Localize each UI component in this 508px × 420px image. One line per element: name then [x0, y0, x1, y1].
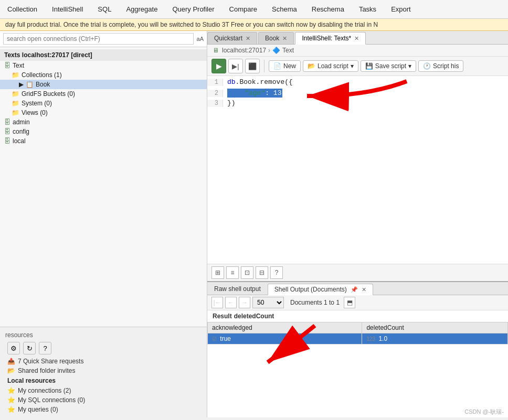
collection-icon: 📋: [26, 81, 34, 88]
quick-share-label: 7 Quick Share requests: [18, 358, 83, 365]
db-icon: 🔷: [272, 47, 280, 54]
refresh-button[interactable]: ↻: [23, 342, 36, 354]
menu-schema[interactable]: Schema: [264, 3, 304, 15]
view-icon-3[interactable]: ⊟: [256, 266, 268, 279]
code-line-1: 1 db.Book.remove({: [207, 78, 508, 89]
share-icon: 📤: [7, 358, 15, 365]
sidebar-item-collections[interactable]: 📁 Collections (1): [0, 70, 207, 80]
my-sql-connections-item[interactable]: ⭐ My SQL connections (0): [3, 395, 204, 405]
view-icon-2[interactable]: ⊡: [241, 266, 253, 279]
watermark: CSDN @-耿瑞-: [464, 408, 504, 416]
editor-toolbar: ▶ ▶| ⬛ 📄 New 📂 Load script ▾ 💾 Save scri…: [207, 57, 508, 76]
cell-deleted-count: 123 1.0: [362, 333, 508, 344]
line-number: 2: [207, 90, 223, 97]
view-icon-1[interactable]: ≡: [226, 266, 239, 279]
nav-first-button[interactable]: |←: [211, 297, 223, 308]
menu-export[interactable]: Export: [384, 3, 418, 15]
save-script-button[interactable]: 💾 Save script ▾: [361, 60, 416, 72]
tab-label: Book: [265, 35, 279, 42]
sidebar-bottom: resources ⚙ ↻ ? 📤 7 Quick Share requests…: [0, 327, 207, 417]
local-resources-header: Local resources: [3, 375, 204, 386]
my-connections-item[interactable]: ⭐ My connections (2): [3, 386, 204, 395]
star-icon: ⭐: [7, 387, 15, 394]
sidebar-item-label: local: [13, 137, 26, 145]
sidebar-search-bar: aA: [0, 31, 207, 47]
load-script-button[interactable]: 📂 Load script ▾: [303, 60, 358, 72]
close-icon[interactable]: ✕: [354, 35, 359, 42]
sidebar-item-local[interactable]: 🗄 local: [0, 136, 207, 146]
tab-intellishell[interactable]: IntelliShell: Texts* ✕: [295, 32, 366, 45]
history-icon: 🕐: [423, 62, 431, 70]
help-icon[interactable]: ?: [270, 266, 283, 279]
step-button[interactable]: ▶|: [228, 59, 243, 73]
folder-icon: 📁: [12, 100, 19, 107]
output-table: acknowledged deletedCount ☑ true 123: [207, 322, 508, 417]
number-icon: 123: [366, 336, 375, 342]
sidebar-item-system[interactable]: 📁 System (0): [0, 99, 207, 108]
close-icon[interactable]: ✕: [246, 35, 250, 42]
sidebar-item-admin[interactable]: 🗄 admin: [0, 117, 207, 127]
nav-next-button[interactable]: →: [239, 297, 250, 308]
menu-sql[interactable]: SQL: [90, 3, 119, 15]
code-lines: 1 db.Book.remove({ 2 "age": 13 3 }): [207, 76, 508, 112]
quick-share-item[interactable]: 📤 7 Quick Share requests: [3, 357, 204, 366]
export-button[interactable]: ⬒: [344, 297, 355, 308]
my-queries-item[interactable]: ⭐ My queries (0): [3, 405, 204, 414]
sidebar-item-views[interactable]: 📁 Views (0): [0, 108, 207, 117]
gear-button[interactable]: ⚙: [7, 342, 20, 354]
breadcrumb-separator: ›: [268, 47, 270, 54]
search-input[interactable]: [3, 33, 194, 45]
tab-shell-output-docs[interactable]: Shell Output (Documents) 📌 ✕: [268, 284, 374, 295]
page-size-select[interactable]: 50 100 200: [252, 297, 284, 308]
sidebar-item-label: System (0): [22, 100, 52, 107]
shared-folder-item[interactable]: 📂 Shared folder invites: [3, 366, 204, 375]
sidebar-item-config[interactable]: 🗄 config: [0, 127, 207, 136]
folder-share-icon: 📂: [7, 367, 15, 374]
tab-book[interactable]: Book ✕: [258, 32, 294, 44]
sidebar: aA Texts localhost:27017 [direct] 🗄 Text…: [0, 31, 207, 417]
new-button[interactable]: 📄 New: [269, 60, 301, 72]
menu-intellishell[interactable]: IntelliShell: [45, 3, 90, 15]
menu-aggregate[interactable]: Aggregate: [119, 3, 165, 15]
menu-tasks[interactable]: Tasks: [352, 3, 384, 15]
load-label: Load script: [318, 62, 348, 70]
format-icon[interactable]: ⊞: [211, 266, 224, 279]
code-editor[interactable]: 1 db.Book.remove({ 2 "age": 13 3 }): [207, 76, 508, 264]
output-toolbar: |← ← → 50 100 200 Documents 1 to 1 ⬒: [207, 295, 508, 310]
trial-banner: day full product trial. Once the trial i…: [0, 19, 508, 31]
breadcrumb-database: Text: [282, 47, 294, 54]
code-line-2: 2 "age": 13: [207, 89, 508, 99]
help-button[interactable]: ?: [39, 342, 51, 354]
close-icon[interactable]: ✕: [362, 286, 366, 293]
tab-raw-output[interactable]: Raw shell output: [207, 283, 268, 295]
sidebar-item-label: GridFS Buckets (0): [22, 90, 75, 98]
sidebar-item-text-db[interactable]: 🗄 Text: [0, 61, 207, 70]
menu-query-profiler[interactable]: Query Profiler: [165, 3, 221, 15]
sidebar-item-book[interactable]: ▶ 📋 Book: [0, 80, 207, 89]
tabs-bar: Quickstart ✕ Book ✕ IntelliShell: Texts*…: [207, 31, 508, 45]
run-button[interactable]: ▶: [211, 59, 226, 73]
sidebar-item-gridfs[interactable]: 📁 GridFS Buckets (0): [0, 89, 207, 99]
sidebar-tools: ⚙ ↻ ?: [3, 340, 204, 357]
menu-compare[interactable]: Compare: [222, 3, 264, 15]
my-sql-label: My SQL connections (0): [18, 396, 85, 404]
pin-icon[interactable]: 📌: [351, 286, 358, 293]
sidebar-item-label: admin: [13, 119, 30, 126]
script-history-button[interactable]: 🕐 Script his: [418, 60, 463, 72]
menu-reschema[interactable]: Reschema: [304, 3, 352, 15]
breadcrumb: 🖥 localhost:27017 › 🔷 Text: [207, 45, 508, 57]
close-icon[interactable]: ✕: [282, 35, 287, 42]
server-icon: 🖥: [213, 47, 219, 54]
tab-label: Shell Output (Documents): [274, 286, 347, 293]
tab-label: IntelliShell: Texts*: [302, 35, 351, 42]
menu-collection[interactable]: Collection: [0, 3, 45, 15]
new-label: New: [283, 62, 296, 70]
my-connections-label: My connections (2): [18, 387, 71, 394]
nav-prev-button[interactable]: ←: [225, 297, 237, 308]
dropdown-icon: ▾: [408, 62, 411, 70]
tab-quickstart[interactable]: Quickstart ✕: [207, 32, 257, 44]
star-icon: ⭐: [7, 396, 15, 404]
stop-button[interactable]: ⬛: [245, 59, 260, 73]
table-row[interactable]: ☑ true 123 1.0: [208, 333, 508, 344]
line-content: }): [223, 99, 236, 107]
